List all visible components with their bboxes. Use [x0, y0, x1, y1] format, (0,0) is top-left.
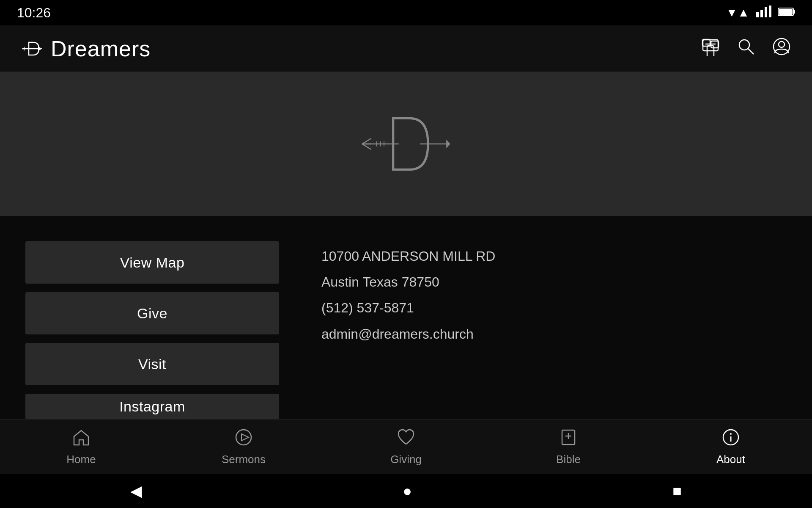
hero-banner: [0, 72, 812, 216]
svg-rect-5: [779, 9, 793, 15]
svg-point-19: [779, 41, 785, 47]
city-state-line: Austin Texas 78750: [321, 271, 495, 293]
app-bar: Dreamers: [0, 25, 812, 72]
hero-logo-svg: [351, 106, 461, 182]
content-area: View Map Give Visit Instagram 10700 ANDE…: [0, 216, 812, 419]
recents-button[interactable]: ■: [672, 482, 682, 500]
svg-marker-29: [241, 434, 249, 441]
play-circle-icon: [234, 428, 253, 450]
back-button[interactable]: ◀: [130, 482, 142, 500]
signal-icon: [756, 6, 771, 20]
info-column: 10700 ANDERSON MILL RD Austin Texas 7875…: [321, 241, 495, 419]
app-bar-right: [701, 37, 791, 60]
svg-rect-1: [760, 10, 763, 17]
svg-rect-3: [769, 6, 771, 17]
nav-label-home: Home: [66, 453, 96, 466]
bible-icon: [559, 428, 578, 450]
email-line: admin@dreamers.church: [321, 323, 495, 345]
address-line: 10700 ANDERSON MILL RD: [321, 246, 495, 267]
nav-label-bible: Bible: [556, 453, 581, 466]
nav-label-sermons: Sermons: [222, 453, 266, 466]
wifi-icon: ▼▲: [726, 6, 749, 19]
svg-rect-6: [793, 10, 795, 14]
bottom-nav: Home Sermons Giving Bible: [0, 419, 812, 474]
nav-item-sermons[interactable]: Sermons: [162, 428, 325, 466]
status-bar: 10:26 ▼▲: [0, 0, 812, 25]
app-title: Dreamers: [51, 36, 151, 61]
visit-button[interactable]: Visit: [25, 343, 279, 385]
status-icons: ▼▲: [726, 6, 795, 20]
svg-marker-9: [23, 47, 25, 51]
svg-line-23: [362, 144, 371, 149]
nav-label-giving: Giving: [390, 453, 422, 466]
nav-item-giving[interactable]: Giving: [325, 428, 487, 466]
svg-marker-10: [22, 47, 23, 50]
app-bar-left: Dreamers: [21, 36, 151, 61]
battery-icon: [778, 6, 795, 19]
svg-point-18: [774, 39, 790, 55]
nav-label-about: About: [716, 453, 745, 466]
chat-icon[interactable]: [701, 37, 720, 60]
svg-line-17: [748, 49, 754, 54]
instagram-button[interactable]: Instagram: [25, 394, 279, 419]
svg-rect-2: [765, 7, 767, 17]
svg-point-16: [739, 40, 749, 50]
svg-point-35: [730, 433, 732, 435]
phone-line: (512) 537-5871: [321, 297, 495, 319]
app-logo-icon: [21, 38, 42, 59]
buttons-column: View Map Give Visit Instagram: [25, 241, 279, 419]
svg-marker-24: [446, 140, 450, 149]
nav-item-home[interactable]: Home: [0, 428, 162, 466]
status-time: 10:26: [17, 5, 51, 21]
home-icon: [72, 428, 91, 450]
svg-line-21: [362, 138, 371, 144]
heart-icon: [397, 428, 415, 450]
info-circle-icon: [721, 428, 740, 450]
give-button[interactable]: Give: [25, 292, 279, 334]
view-map-button[interactable]: View Map: [25, 241, 279, 284]
search-icon[interactable]: [737, 37, 755, 60]
home-button[interactable]: ●: [403, 482, 412, 500]
system-nav: ◀ ● ■: [0, 474, 812, 508]
nav-item-about[interactable]: About: [650, 428, 812, 466]
account-icon[interactable]: [772, 37, 791, 60]
svg-rect-0: [756, 12, 759, 17]
nav-item-bible[interactable]: Bible: [487, 428, 650, 466]
